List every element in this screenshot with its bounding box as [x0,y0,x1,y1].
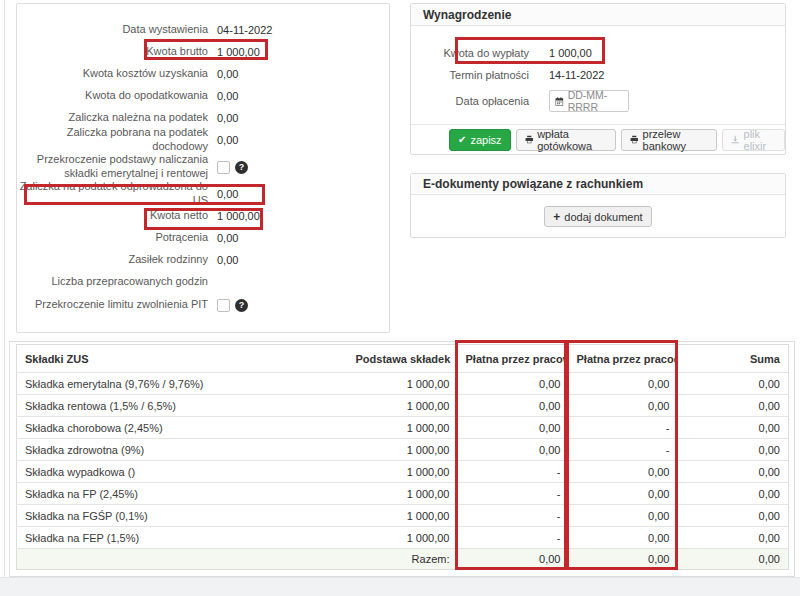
due-date-value: 14-11-2022 [549,69,604,81]
form-row-deductions: Potrącenia 0,00 [17,227,389,249]
salary-actions: ✔ zapisz wpłata gotówkowa przelew bankow… [411,124,785,154]
form-row-taxable-amount: Kwota do opodatkowania 0,00 [17,85,389,107]
page-left-edge [4,0,5,577]
payment-date-label: Data opłacenia [423,95,529,107]
form-row-tax-withheld: Zaliczka pobrana na podatek dochodowy 0,… [17,129,389,151]
base-limit-exceeded-label: Przekroczenie podstawy naliczania składk… [17,153,208,181]
payout-row: Kwota do wypłaty 1 000,00 [411,42,785,64]
salary-panel-title: Wynagrodzenie [411,4,785,26]
add-document-button[interactable]: + dodaj dokument [544,206,651,227]
tax-withheld-label: Zaliczka pobrana na podatek dochodowy [17,126,208,154]
elixir-file-button[interactable]: plik elixir [722,129,785,151]
table-row: Składka wypadkowa () 1 000,00 - 0,00 0,0… [17,461,789,483]
table-row: Składka na FEP (1,5%) 1 000,00 - 0,00 0,… [17,527,789,549]
table-row: Składka emerytalna (9,76% / 9,76%) 1 000… [17,373,789,395]
edocuments-panel: E-dokumenty powiązane z rachunkiem + dod… [410,173,786,238]
form-row-issue-date: Data wystawienia 04-11-2022 [17,19,389,41]
hours-worked-label: Liczba przepracowanych godzin [17,275,208,289]
cash-payment-button[interactable]: wpłata gotówkowa [516,129,616,151]
form-row-tax-paid-us: Zaliczka na podatek odprowadzona do US 0… [17,183,389,205]
table-row: Składka chorobowa (2,45%) 1 000,00 0,00 … [17,417,789,439]
tax-paid-us-value: 0,00 [217,188,238,200]
tax-due-value: 0,00 [217,112,238,124]
due-date-label: Termin płatności [423,69,529,81]
question-circle-icon[interactable]: ? [235,299,248,312]
form-row-family-benefit: Zasiłek rodzinny 0,00 [17,249,389,271]
payment-date-placeholder: DD-MM-RRRR [568,89,623,113]
question-circle-icon[interactable]: ? [235,161,248,174]
col-header-paid-by-employer: Płatna przez pracodawcę [569,345,678,373]
table-row: Składka na FP (2,45%) 1 000,00 - 0,00 0,… [17,483,789,505]
deductions-label: Potrącenia [17,231,208,245]
payment-date-input[interactable]: DD-MM-RRRR [549,90,629,112]
zus-contributions-table: Składki ZUS Podstawa składek Płatna prze… [16,344,789,570]
check-icon: ✔ [458,134,466,145]
taxable-amount-label: Kwota do opodatkowania [17,89,208,103]
download-icon [731,134,739,145]
payout-value: 1 000,00 [549,47,592,59]
bank-transfer-button[interactable]: przelew bankowy [621,129,717,151]
edocuments-panel-title: E-dokumenty powiązane z rachunkiem [411,174,785,195]
deductions-value: 0,00 [217,232,238,244]
family-benefit-value: 0,00 [217,254,238,266]
col-header-paid-by-employee: Płatna przez pracownika [458,345,569,373]
form-row-base-limit-exceeded: Przekroczenie podstawy naliczania składk… [17,151,389,183]
save-button[interactable]: ✔ zapisz [449,129,511,151]
total-label: Razem: [348,549,458,570]
col-header-contributions: Składki ZUS [17,345,348,373]
printer-icon [630,134,639,145]
plus-icon: + [553,210,560,224]
gross-amount-label: Kwota brutto [17,45,208,59]
form-row-net-amount: Kwota netto 1 000,00 [17,205,389,227]
form-row-pit-exemption: Przekroczenie limitu zwolnienia PIT ? [17,293,389,317]
cost-amount-label: Kwota kosztów uzyskania [17,67,208,81]
cost-amount-value: 0,00 [217,68,238,80]
salary-panel: Wynagrodzenie Kwota do wypłaty 1 000,00 … [410,3,786,155]
col-header-sum: Suma [678,345,789,373]
table-row: Składka na FGŚP (0,1%) 1 000,00 - 0,00 0… [17,505,789,527]
page-bottom-strip [0,577,800,596]
form-row-gross-amount: Kwota brutto 1 000,00 [17,41,389,63]
payment-date-row: Data opłacenia DD-MM-RRRR [411,88,785,114]
form-row-hours-worked: Liczba przepracowanych godzin [17,271,389,293]
calendar-icon [555,96,564,107]
tax-paid-us-label: Zaliczka na podatek odprowadzona do US [17,180,208,208]
table-header-row: Składki ZUS Podstawa składek Płatna prze… [17,345,789,373]
table-total-row: Razem: 0,00 0,00 0,00 [17,549,789,570]
pit-exemption-label: Przekroczenie limitu zwolnienia PIT [17,298,208,312]
net-amount-label: Kwota netto [17,209,208,223]
taxable-amount-value: 0,00 [217,90,238,102]
table-row: Składka rentowa (1,5% / 6,5%) 1 000,00 0… [17,395,789,417]
form-row-cost-amount: Kwota kosztów uzyskania 0,00 [17,63,389,85]
issue-date-value: 04-11-2022 [217,24,272,36]
tax-withheld-value: 0,00 [217,134,238,146]
base-limit-exceeded-checkbox[interactable] [217,161,230,174]
issue-date-label: Data wystawienia [17,23,208,37]
net-amount-value: 1 000,00 [217,210,260,222]
bill-details-panel: Data wystawienia 04-11-2022 Kwota brutto… [16,3,390,333]
table-row: Składka zdrowotna (9%) 1 000,00 0,00 - 0… [17,439,789,461]
due-date-row: Termin płatności 14-11-2022 [411,64,785,86]
pit-exemption-checkbox[interactable] [217,299,230,312]
payout-label: Kwota do wypłaty [423,47,529,59]
col-header-base: Podstawa składek [348,345,458,373]
printer-icon [525,134,534,145]
tax-due-label: Zaliczka należna na podatek [17,111,208,125]
zus-contributions-panel: Składki ZUS Podstawa składek Płatna prze… [9,341,795,577]
gross-amount-value: 1 000,00 [217,46,260,58]
family-benefit-label: Zasiłek rodzinny [17,253,208,267]
